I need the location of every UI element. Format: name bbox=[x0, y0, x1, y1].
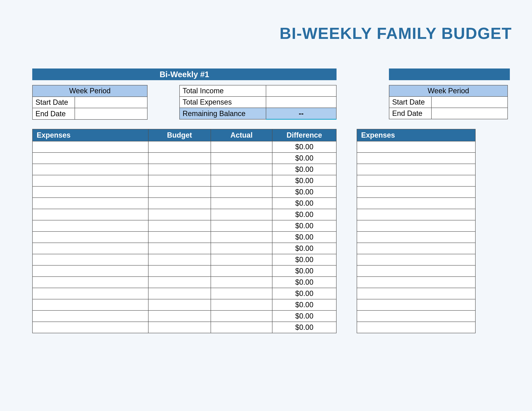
expense-name-cell[interactable] bbox=[32, 288, 148, 299]
expense-actual-cell[interactable] bbox=[211, 254, 272, 265]
expense-budget-cell[interactable] bbox=[148, 310, 211, 322]
expense-actual-cell[interactable] bbox=[211, 243, 272, 254]
expense-budget-cell[interactable] bbox=[148, 299, 211, 310]
week-period-2: Week Period Start Date End Date bbox=[389, 85, 508, 119]
expense-name-cell[interactable] bbox=[32, 322, 148, 333]
total-expenses-value[interactable] bbox=[266, 96, 336, 108]
expense-name-cell[interactable] bbox=[32, 220, 148, 232]
expense-budget-cell[interactable] bbox=[148, 277, 211, 288]
expense-actual-cell[interactable] bbox=[211, 186, 272, 198]
expenses-table-2: Expenses bbox=[357, 129, 475, 333]
expense-actual-cell[interactable] bbox=[211, 152, 272, 164]
expense-name-cell[interactable] bbox=[32, 175, 148, 186]
week1-end-value[interactable] bbox=[75, 108, 147, 120]
expense-name-cell[interactable] bbox=[357, 232, 475, 243]
col-difference: Difference bbox=[272, 129, 336, 141]
expense-name-cell[interactable] bbox=[357, 209, 475, 220]
table-row: $0.00 bbox=[32, 288, 336, 299]
expense-actual-cell[interactable] bbox=[211, 175, 272, 186]
week2-header: Week Period bbox=[389, 85, 508, 96]
week2-end-value[interactable] bbox=[431, 108, 508, 119]
expense-name-cell[interactable] bbox=[357, 186, 475, 198]
expense-budget-cell[interactable] bbox=[148, 265, 211, 277]
expense-name-cell[interactable] bbox=[32, 254, 148, 265]
total-income-label: Total Income bbox=[180, 85, 266, 96]
expense-budget-cell[interactable] bbox=[148, 243, 211, 254]
table-row: $0.00 bbox=[32, 164, 336, 175]
expense-name-cell[interactable] bbox=[32, 243, 148, 254]
expense-diff-cell: $0.00 bbox=[272, 254, 336, 265]
expense-budget-cell[interactable] bbox=[148, 232, 211, 243]
table-row bbox=[357, 198, 475, 209]
expense-diff-cell: $0.00 bbox=[272, 198, 336, 209]
expense-budget-cell[interactable] bbox=[148, 322, 211, 333]
col-expenses-2: Expenses bbox=[357, 129, 475, 141]
expense-budget-cell[interactable] bbox=[148, 141, 211, 152]
expense-budget-cell[interactable] bbox=[148, 288, 211, 299]
table-row bbox=[357, 288, 475, 299]
expense-name-cell[interactable] bbox=[32, 141, 148, 152]
expense-actual-cell[interactable] bbox=[211, 299, 272, 310]
week1-end-label: End Date bbox=[32, 108, 75, 120]
expense-name-cell[interactable] bbox=[32, 164, 148, 175]
expense-budget-cell[interactable] bbox=[148, 175, 211, 186]
expense-name-cell[interactable] bbox=[357, 299, 475, 310]
expense-budget-cell[interactable] bbox=[148, 220, 211, 232]
expense-budget-cell[interactable] bbox=[148, 209, 211, 220]
expense-actual-cell[interactable] bbox=[211, 164, 272, 175]
page-title: BI-WEEKLY FAMILY BUDGET bbox=[279, 24, 512, 43]
expense-actual-cell[interactable] bbox=[211, 265, 272, 277]
table-row bbox=[357, 310, 475, 322]
expense-name-cell[interactable] bbox=[357, 198, 475, 209]
expense-budget-cell[interactable] bbox=[148, 198, 211, 209]
expense-actual-cell[interactable] bbox=[211, 277, 272, 288]
expense-name-cell[interactable] bbox=[32, 299, 148, 310]
expense-name-cell[interactable] bbox=[357, 243, 475, 254]
expense-name-cell[interactable] bbox=[357, 175, 475, 186]
expense-name-cell[interactable] bbox=[32, 209, 148, 220]
expense-name-cell[interactable] bbox=[357, 220, 475, 232]
expense-name-cell[interactable] bbox=[357, 310, 475, 322]
expense-name-cell[interactable] bbox=[357, 141, 475, 152]
expense-name-cell[interactable] bbox=[32, 277, 148, 288]
table-row: $0.00 bbox=[32, 220, 336, 232]
expense-name-cell[interactable] bbox=[357, 288, 475, 299]
expense-actual-cell[interactable] bbox=[211, 198, 272, 209]
expense-actual-cell[interactable] bbox=[211, 288, 272, 299]
expense-name-cell[interactable] bbox=[357, 265, 475, 277]
expense-budget-cell[interactable] bbox=[148, 152, 211, 164]
week1-start-value[interactable] bbox=[75, 97, 147, 108]
expense-actual-cell[interactable] bbox=[211, 310, 272, 322]
col-actual: Actual bbox=[211, 129, 272, 141]
expense-diff-cell: $0.00 bbox=[272, 265, 336, 277]
expense-diff-cell: $0.00 bbox=[272, 141, 336, 152]
expense-name-cell[interactable] bbox=[32, 152, 148, 164]
table-row bbox=[357, 164, 475, 175]
expense-name-cell[interactable] bbox=[32, 232, 148, 243]
expense-name-cell[interactable] bbox=[32, 186, 148, 198]
banner-biweekly-2 bbox=[389, 68, 510, 80]
expense-name-cell[interactable] bbox=[357, 277, 475, 288]
table-row: $0.00 bbox=[32, 175, 336, 186]
table-row: $0.00 bbox=[32, 141, 336, 152]
expense-actual-cell[interactable] bbox=[211, 209, 272, 220]
expense-name-cell[interactable] bbox=[32, 198, 148, 209]
expense-actual-cell[interactable] bbox=[211, 232, 272, 243]
expense-name-cell[interactable] bbox=[32, 310, 148, 322]
expense-budget-cell[interactable] bbox=[148, 164, 211, 175]
expense-name-cell[interactable] bbox=[357, 152, 475, 164]
expense-name-cell[interactable] bbox=[32, 265, 148, 277]
expense-name-cell[interactable] bbox=[357, 254, 475, 265]
expense-name-cell[interactable] bbox=[357, 164, 475, 175]
week2-start-value[interactable] bbox=[431, 96, 508, 108]
total-income-value[interactable] bbox=[266, 85, 336, 96]
expense-actual-cell[interactable] bbox=[211, 141, 272, 152]
expense-diff-cell: $0.00 bbox=[272, 164, 336, 175]
expense-diff-cell: $0.00 bbox=[272, 310, 336, 322]
expense-budget-cell[interactable] bbox=[148, 186, 211, 198]
expense-actual-cell[interactable] bbox=[211, 220, 272, 232]
expense-actual-cell[interactable] bbox=[211, 322, 272, 333]
week1-header: Week Period bbox=[32, 85, 147, 97]
expense-budget-cell[interactable] bbox=[148, 254, 211, 265]
expense-name-cell[interactable] bbox=[357, 322, 475, 333]
